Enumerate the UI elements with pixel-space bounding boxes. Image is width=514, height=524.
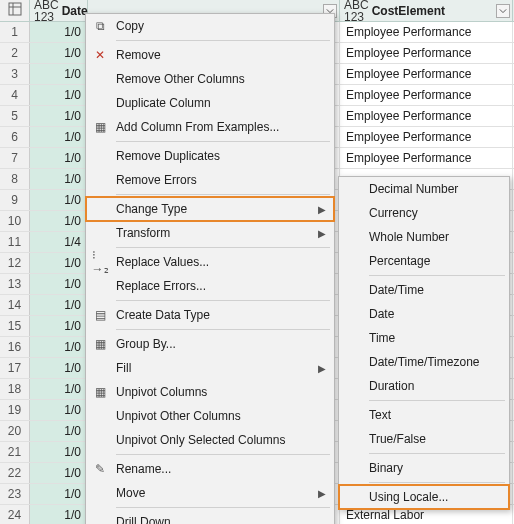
cell-date[interactable]: 1/0 xyxy=(30,400,88,420)
menu-rename[interactable]: ✎Rename... xyxy=(86,457,334,481)
menu-separator xyxy=(116,194,330,195)
row-number[interactable]: 18 xyxy=(0,379,30,399)
menu-type-currency[interactable]: Currency xyxy=(339,201,509,225)
menu-separator xyxy=(116,300,330,301)
cell-date[interactable]: 1/0 xyxy=(30,85,88,105)
cell-date[interactable]: 1/0 xyxy=(30,148,88,168)
menu-separator xyxy=(116,141,330,142)
cell-date[interactable]: 1/0 xyxy=(30,379,88,399)
column-header-date[interactable]: ABC123 Date xyxy=(30,0,88,21)
submenu-arrow-icon: ▶ xyxy=(318,204,326,215)
row-number[interactable]: 20 xyxy=(0,421,30,441)
cell-date[interactable]: 1/0 xyxy=(30,127,88,147)
cell-date[interactable]: 1/0 xyxy=(30,484,88,504)
menu-separator xyxy=(116,454,330,455)
cell-date[interactable]: 1/0 xyxy=(30,106,88,126)
row-number[interactable]: 15 xyxy=(0,316,30,336)
menu-move[interactable]: Move▶ xyxy=(86,481,334,505)
row-number[interactable]: 17 xyxy=(0,358,30,378)
row-number[interactable]: 6 xyxy=(0,127,30,147)
row-number[interactable]: 4 xyxy=(0,85,30,105)
menu-unpivot-other-columns[interactable]: Unpivot Other Columns xyxy=(86,404,334,428)
menu-type-text[interactable]: Text xyxy=(339,403,509,427)
row-number[interactable]: 5 xyxy=(0,106,30,126)
cell-date[interactable]: 1/0 xyxy=(30,169,88,189)
menu-unpivot-selected-columns[interactable]: Unpivot Only Selected Columns xyxy=(86,428,334,452)
cell-costelement[interactable]: Employee Performance xyxy=(340,85,513,105)
cell-date[interactable]: 1/0 xyxy=(30,274,88,294)
cell-date[interactable]: 1/0 xyxy=(30,190,88,210)
cell-date[interactable]: 1/0 xyxy=(30,22,88,42)
row-number[interactable]: 14 xyxy=(0,295,30,315)
row-number[interactable]: 13 xyxy=(0,274,30,294)
menu-change-type[interactable]: Change Type▶ xyxy=(86,197,334,221)
menu-fill[interactable]: Fill▶ xyxy=(86,356,334,380)
select-all-corner[interactable] xyxy=(0,0,30,21)
cell-costelement[interactable]: Employee Performance xyxy=(340,127,513,147)
menu-unpivot-columns[interactable]: ▦Unpivot Columns xyxy=(86,380,334,404)
replace-icon: ⁝→₂ xyxy=(92,254,108,270)
menu-create-data-type[interactable]: ▤Create Data Type xyxy=(86,303,334,327)
cell-date[interactable]: 1/0 xyxy=(30,505,88,524)
cell-date[interactable]: 1/0 xyxy=(30,295,88,315)
row-number[interactable]: 22 xyxy=(0,463,30,483)
row-number[interactable]: 19 xyxy=(0,400,30,420)
menu-type-whole-number[interactable]: Whole Number xyxy=(339,225,509,249)
row-number[interactable]: 3 xyxy=(0,64,30,84)
menu-duplicate-column[interactable]: Duplicate Column xyxy=(86,91,334,115)
menu-replace-errors[interactable]: Replace Errors... xyxy=(86,274,334,298)
cell-date[interactable]: 1/0 xyxy=(30,421,88,441)
menu-type-duration[interactable]: Duration xyxy=(339,374,509,398)
cell-costelement[interactable]: Employee Performance xyxy=(340,43,513,63)
menu-remove-errors[interactable]: Remove Errors xyxy=(86,168,334,192)
cell-costelement[interactable]: Employee Performance xyxy=(340,22,513,42)
menu-group-by[interactable]: ▦Group By... xyxy=(86,332,334,356)
row-number[interactable]: 24 xyxy=(0,505,30,524)
menu-type-using-locale[interactable]: Using Locale... xyxy=(339,485,509,509)
cell-date[interactable]: 1/0 xyxy=(30,442,88,462)
row-number[interactable]: 7 xyxy=(0,148,30,168)
menu-separator xyxy=(369,453,505,454)
column-header-costelement[interactable]: ABC123 CostElement xyxy=(340,0,513,21)
cell-costelement[interactable]: Employee Performance xyxy=(340,106,513,126)
cell-date[interactable]: 1/0 xyxy=(30,43,88,63)
row-number[interactable]: 10 xyxy=(0,211,30,231)
menu-type-date[interactable]: Date xyxy=(339,302,509,326)
menu-type-decimal[interactable]: Decimal Number xyxy=(339,177,509,201)
cell-costelement[interactable]: Employee Performance xyxy=(340,148,513,168)
menu-type-datetime[interactable]: Date/Time xyxy=(339,278,509,302)
cell-date[interactable]: 1/0 xyxy=(30,463,88,483)
menu-type-percentage[interactable]: Percentage xyxy=(339,249,509,273)
menu-remove[interactable]: ✕Remove xyxy=(86,43,334,67)
menu-drill-down[interactable]: Drill Down xyxy=(86,510,334,524)
menu-remove-other-columns[interactable]: Remove Other Columns xyxy=(86,67,334,91)
row-number[interactable]: 12 xyxy=(0,253,30,273)
menu-type-truefalse[interactable]: True/False xyxy=(339,427,509,451)
cell-date[interactable]: 1/0 xyxy=(30,316,88,336)
row-number[interactable]: 1 xyxy=(0,22,30,42)
cell-costelement[interactable]: Employee Performance xyxy=(340,64,513,84)
menu-type-binary[interactable]: Binary xyxy=(339,456,509,480)
menu-type-time[interactable]: Time xyxy=(339,326,509,350)
row-number[interactable]: 11 xyxy=(0,232,30,252)
row-number[interactable]: 21 xyxy=(0,442,30,462)
cell-date[interactable]: 1/4 xyxy=(30,232,88,252)
submenu-arrow-icon: ▶ xyxy=(318,228,326,239)
cell-date[interactable]: 1/0 xyxy=(30,64,88,84)
row-number[interactable]: 9 xyxy=(0,190,30,210)
row-number[interactable]: 2 xyxy=(0,43,30,63)
row-number[interactable]: 23 xyxy=(0,484,30,504)
row-number[interactable]: 16 xyxy=(0,337,30,357)
cell-date[interactable]: 1/0 xyxy=(30,253,88,273)
menu-add-column-from-examples[interactable]: ▦Add Column From Examples... xyxy=(86,115,334,139)
menu-type-datetime-timezone[interactable]: Date/Time/Timezone xyxy=(339,350,509,374)
menu-copy[interactable]: ⧉Copy xyxy=(86,14,334,38)
cell-date[interactable]: 1/0 xyxy=(30,337,88,357)
cell-date[interactable]: 1/0 xyxy=(30,358,88,378)
filter-dropdown-icon[interactable] xyxy=(496,4,510,18)
row-number[interactable]: 8 xyxy=(0,169,30,189)
menu-transform[interactable]: Transform▶ xyxy=(86,221,334,245)
menu-remove-duplicates[interactable]: Remove Duplicates xyxy=(86,144,334,168)
menu-replace-values[interactable]: ⁝→₂Replace Values... xyxy=(86,250,334,274)
cell-date[interactable]: 1/0 xyxy=(30,211,88,231)
